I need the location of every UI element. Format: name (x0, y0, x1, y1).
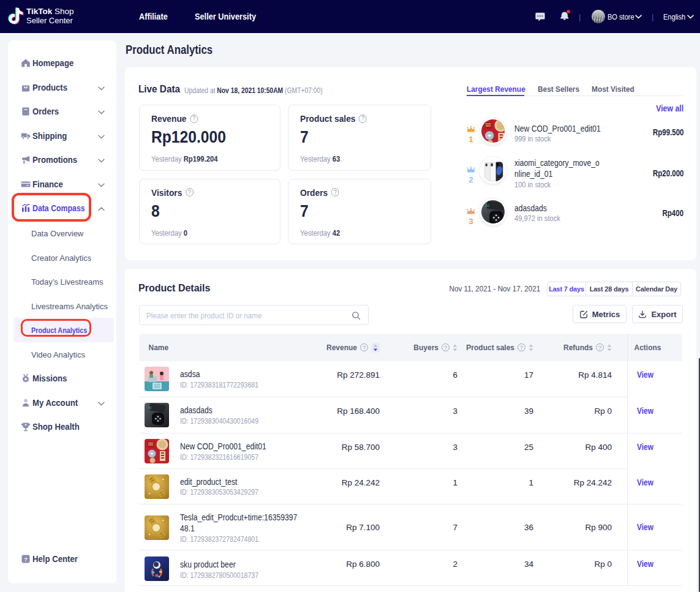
svg-text:?: ? (24, 556, 28, 563)
svg-text:00: 00 (486, 204, 489, 208)
svg-text:00: 00 (148, 406, 152, 410)
